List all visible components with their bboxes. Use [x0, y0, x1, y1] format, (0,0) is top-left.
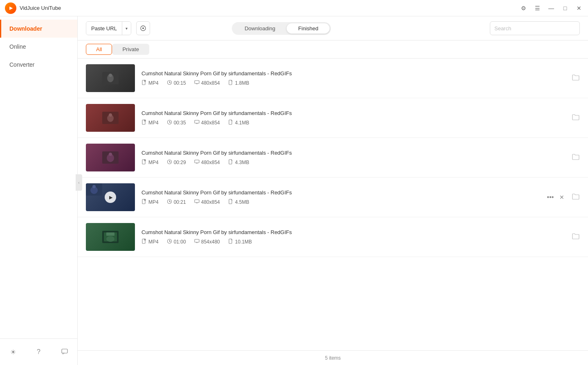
item-thumbnail	[86, 64, 135, 92]
svg-point-2	[142, 27, 144, 29]
help-icon[interactable]: ?	[32, 345, 45, 358]
monitor-icon	[194, 239, 200, 245]
maximize-button[interactable]: □	[561, 4, 569, 12]
feedback-icon[interactable]	[58, 345, 71, 358]
item-title: Cumshot Natural Skinny Porn Gif by sirfu…	[141, 70, 567, 77]
item-info: Cumshot Natural Skinny Porn Gif by sirfu…	[141, 229, 567, 245]
app-body: Downloader Online Converter ☀ ? ‹	[0, 16, 588, 365]
item-actions	[572, 74, 580, 83]
resolution-chip: 854x480	[194, 239, 220, 245]
paste-url-dropdown-arrow[interactable]: ▾	[122, 22, 131, 35]
item-close-button[interactable]: ✕	[557, 192, 567, 202]
list-item: Cumshot Natural Skinny Porn Gif by sirfu…	[78, 138, 588, 178]
file-icon	[141, 159, 147, 166]
open-folder-button[interactable]	[572, 113, 580, 123]
svg-rect-17	[195, 120, 199, 123]
window-controls: ⚙ ☰ — □ ✕	[519, 4, 583, 12]
size-chip: 4.5MB	[228, 199, 249, 205]
filesize-icon	[228, 80, 233, 86]
filesize-icon	[228, 119, 233, 126]
resolution-chip: 480x854	[194, 80, 220, 86]
duration-chip: 00:21	[167, 199, 186, 205]
svg-rect-25	[195, 160, 199, 163]
svg-rect-42	[195, 239, 199, 242]
items-list: Cumshot Natural Skinny Porn Gif by sirfu…	[78, 59, 588, 350]
more-options-button[interactable]: •••	[545, 192, 555, 202]
sidebar: Downloader Online Converter ☀ ?	[0, 16, 78, 365]
open-folder-button[interactable]	[572, 232, 580, 242]
monitor-icon	[194, 119, 200, 126]
item-title: Cumshot Natural Skinny Porn Gif by sirfu…	[141, 189, 541, 196]
item-info: Cumshot Natural Skinny Porn Gif by sirfu…	[141, 150, 567, 166]
open-folder-button[interactable]	[572, 193, 580, 202]
duration-chip: 00:29	[167, 159, 186, 166]
resolution-chip: 480x854	[194, 199, 220, 205]
settings-icon[interactable]: ⚙	[519, 4, 527, 12]
item-info: Cumshot Natural Skinny Porn Gif by sirfu…	[141, 110, 567, 126]
clock-icon	[167, 239, 172, 245]
tab-finished[interactable]: Finished	[287, 23, 330, 34]
search-input[interactable]	[490, 21, 580, 35]
item-title: Cumshot Natural Skinny Porn Gif by sirfu…	[141, 110, 567, 116]
filter-all-button[interactable]: All	[86, 44, 112, 55]
file-icon	[141, 239, 147, 245]
resolution-chip: 480x854	[194, 119, 220, 126]
duration-chip: 00:35	[167, 119, 186, 126]
play-overlay-button[interactable]: ▶	[105, 192, 116, 203]
item-actions	[572, 232, 580, 242]
format-chip: MP4	[141, 159, 159, 166]
item-thumbnail	[86, 104, 135, 132]
list-item: Cumshot Natural Skinny Porn Gif by sirfu…	[78, 59, 588, 98]
minimize-button[interactable]: —	[547, 4, 555, 12]
file-icon	[141, 80, 147, 86]
filter-bar: All Private	[78, 41, 588, 59]
svg-point-13	[109, 113, 112, 117]
paste-url-button[interactable]: Paste URL ▾	[86, 21, 131, 35]
item-title: Cumshot Natural Skinny Porn Gif by sirfu…	[141, 150, 567, 156]
clock-icon	[167, 199, 172, 205]
item-more-actions: ••• ✕	[545, 192, 567, 202]
file-icon	[141, 119, 147, 126]
sidebar-item-online[interactable]: Online	[0, 38, 77, 56]
open-folder-button[interactable]	[572, 74, 580, 83]
filesize-icon	[228, 199, 233, 205]
monitor-icon	[194, 159, 200, 166]
item-thumbnail	[86, 223, 135, 251]
clock-icon	[167, 119, 172, 126]
item-actions	[572, 113, 580, 123]
theme-icon[interactable]: ☀	[7, 345, 20, 358]
sidebar-nav: Downloader Online Converter	[0, 20, 77, 338]
format-chip: MP4	[141, 80, 159, 86]
item-thumbnail	[86, 144, 135, 171]
filter-private-button[interactable]: Private	[112, 44, 149, 55]
item-meta: MP4 01:00 854x480	[141, 239, 567, 245]
menu-icon[interactable]: ☰	[533, 4, 541, 12]
format-chip: MP4	[141, 239, 159, 245]
tab-downloading[interactable]: Downloading	[233, 23, 287, 34]
filesize-icon	[228, 239, 233, 245]
sidebar-item-converter[interactable]: Converter	[0, 56, 77, 74]
app-title: VidJuice UniTube	[20, 5, 519, 11]
monitor-icon	[194, 80, 200, 86]
file-icon	[141, 199, 147, 205]
monitor-icon	[194, 199, 200, 205]
download-status-toggle: Downloading Finished	[232, 22, 331, 35]
svg-point-21	[109, 153, 112, 156]
close-button[interactable]: ✕	[575, 4, 583, 12]
watch-button[interactable]	[136, 21, 150, 35]
item-thumbnail: ▶	[86, 183, 135, 211]
filesize-icon	[228, 159, 233, 166]
sidebar-item-downloader[interactable]: Downloader	[0, 20, 77, 38]
item-meta: MP4 00:15 480x854	[141, 80, 567, 86]
sidebar-collapse-handle[interactable]: ‹	[76, 174, 82, 191]
paste-url-main[interactable]: Paste URL	[86, 22, 122, 35]
items-count: 5 items	[325, 355, 341, 361]
open-folder-button[interactable]	[572, 153, 580, 162]
status-bar: 5 items	[78, 350, 588, 365]
format-chip: MP4	[141, 119, 159, 126]
item-actions	[572, 153, 580, 162]
sidebar-bottom: ☀ ?	[0, 338, 77, 365]
main-content: Paste URL ▾ Downloading Finished	[78, 16, 588, 365]
title-bar: VidJuice UniTube ⚙ ☰ — □ ✕	[0, 0, 588, 16]
svg-rect-9	[195, 81, 199, 83]
